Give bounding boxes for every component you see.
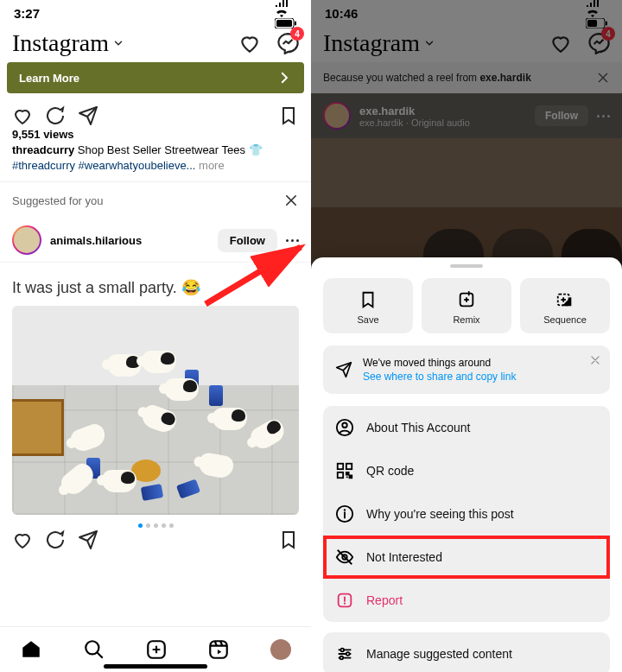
suggested-username[interactable]: animals.hilarious — [50, 234, 142, 247]
sliders-icon — [335, 644, 354, 663]
close-suggested-button[interactable] — [283, 193, 299, 208]
left-screenshot: 3:27 Instagram 4 L — [0, 0, 311, 672]
post1-views: 9,551 views — [0, 128, 311, 141]
options-bottom-sheet: Save Remix Sequence We've moved things a… — [311, 257, 622, 672]
unread-badge: 4 — [290, 27, 304, 41]
follow-button[interactable]: Follow — [218, 229, 277, 252]
tab-profile[interactable] — [270, 639, 291, 660]
avatar[interactable] — [323, 102, 351, 130]
tab-reels[interactable] — [207, 638, 230, 661]
heart-icon — [12, 529, 33, 550]
status-time: 10:46 — [325, 6, 358, 21]
svg-point-12 — [342, 423, 347, 428]
save-button[interactable] — [278, 529, 299, 550]
qr-icon — [335, 461, 354, 480]
post2-caption: It was just a small party. 😂 — [0, 263, 311, 306]
ig-header: Instagram 4 — [0, 24, 311, 62]
send-icon — [78, 105, 98, 126]
svg-rect-2 — [295, 22, 296, 26]
suggested-header: Suggested for you — [0, 181, 311, 219]
suggested-title: Suggested for you — [12, 194, 104, 207]
svg-point-3 — [86, 641, 98, 654]
share-button[interactable] — [78, 105, 98, 126]
activity-button[interactable] — [549, 32, 572, 54]
svg-point-23 — [340, 656, 344, 660]
post-options-button[interactable] — [286, 239, 299, 242]
tab-new-post[interactable] — [145, 638, 168, 661]
brand-label: Instagram — [323, 29, 420, 57]
suggested-post-header: exe.hardik exe.hardik · Original audio F… — [311, 93, 622, 138]
avatar[interactable] — [12, 225, 41, 255]
save-button[interactable] — [278, 105, 299, 126]
learn-more-banner[interactable]: Learn More — [7, 62, 304, 93]
note-close-button[interactable] — [589, 354, 601, 366]
svg-rect-15 — [338, 472, 343, 478]
send-icon — [335, 361, 352, 378]
sheet-sequence-button[interactable]: Sequence — [520, 278, 610, 333]
post1-caption: threadcurry Shop Best Seller Streetwear … — [0, 141, 311, 181]
post1-actions — [0, 102, 311, 128]
heart-icon — [549, 32, 572, 54]
follow-button[interactable]: Follow — [535, 105, 588, 126]
brand-dropdown[interactable]: Instagram — [12, 29, 124, 57]
why-seeing-item[interactable]: Why you're seeing this post — [323, 492, 610, 536]
post2-media[interactable] — [12, 306, 299, 515]
close-because-button[interactable] — [596, 71, 610, 85]
report-icon — [335, 591, 354, 610]
home-indicator — [104, 664, 207, 669]
close-icon — [283, 193, 299, 208]
sheet-save-button[interactable]: Save — [323, 278, 413, 333]
like-button[interactable] — [12, 529, 33, 550]
svg-rect-8 — [606, 22, 607, 26]
post-username[interactable]: exe.hardik — [359, 105, 470, 117]
svg-point-17 — [344, 510, 346, 511]
svg-point-20 — [344, 603, 346, 605]
caption-more[interactable]: more — [195, 159, 224, 172]
close-icon — [589, 354, 601, 366]
comment-button[interactable] — [45, 105, 66, 126]
sequence-icon — [555, 290, 574, 309]
search-icon — [83, 638, 105, 661]
tab-home[interactable] — [20, 638, 42, 661]
right-screenshot: 10:46 Instagram 4 Because you watched — [311, 0, 622, 672]
heart-icon — [238, 32, 261, 54]
ig-header: Instagram 4 — [311, 24, 622, 62]
about-account-item[interactable]: About This Account — [323, 406, 610, 449]
activity-button[interactable] — [238, 32, 261, 54]
sheet-remix-button[interactable]: Remix — [422, 278, 511, 333]
home-icon — [20, 638, 42, 661]
svg-point-22 — [346, 653, 350, 656]
brand-label: Instagram — [12, 29, 109, 57]
comment-icon — [45, 529, 66, 550]
sheet-options-list: About This Account QR code Why you're se… — [323, 406, 610, 622]
tab-search[interactable] — [83, 638, 105, 661]
manage-suggested-item[interactable]: Manage suggested content — [323, 632, 610, 672]
chevron-right-icon — [276, 70, 292, 86]
tab-bar — [0, 626, 311, 672]
see-where-link[interactable]: See where to share and copy link — [363, 371, 516, 383]
send-icon — [78, 529, 98, 550]
qr-code-item[interactable]: QR code — [323, 449, 610, 492]
brand-dropdown[interactable]: Instagram — [323, 29, 435, 57]
comment-button[interactable] — [45, 529, 66, 550]
svg-rect-13 — [338, 464, 343, 469]
messenger-button[interactable]: 4 — [587, 32, 610, 54]
sheet-info-note: We've moved things around See where to s… — [323, 346, 610, 394]
status-indicators — [582, 0, 608, 29]
remix-icon — [457, 290, 476, 309]
post1-hashtags[interactable]: #threadcurry #wearwhatyoubelieve... — [12, 159, 195, 172]
svg-rect-14 — [346, 464, 352, 469]
sheet-grabber[interactable] — [450, 264, 483, 268]
share-button[interactable] — [78, 529, 98, 550]
svg-rect-5 — [211, 641, 228, 658]
heart-icon — [12, 105, 33, 126]
like-button[interactable] — [12, 105, 33, 126]
not-interested-item[interactable]: Not Interested — [323, 536, 610, 579]
post-options-button[interactable] — [597, 115, 610, 117]
sheet-manage-list: Manage suggested content — [323, 632, 610, 672]
status-bar: 3:27 — [0, 0, 311, 24]
chevron-down-icon — [112, 37, 124, 49]
unread-badge: 4 — [601, 27, 615, 41]
report-item[interactable]: Report — [323, 579, 610, 622]
messenger-button[interactable]: 4 — [276, 32, 299, 54]
